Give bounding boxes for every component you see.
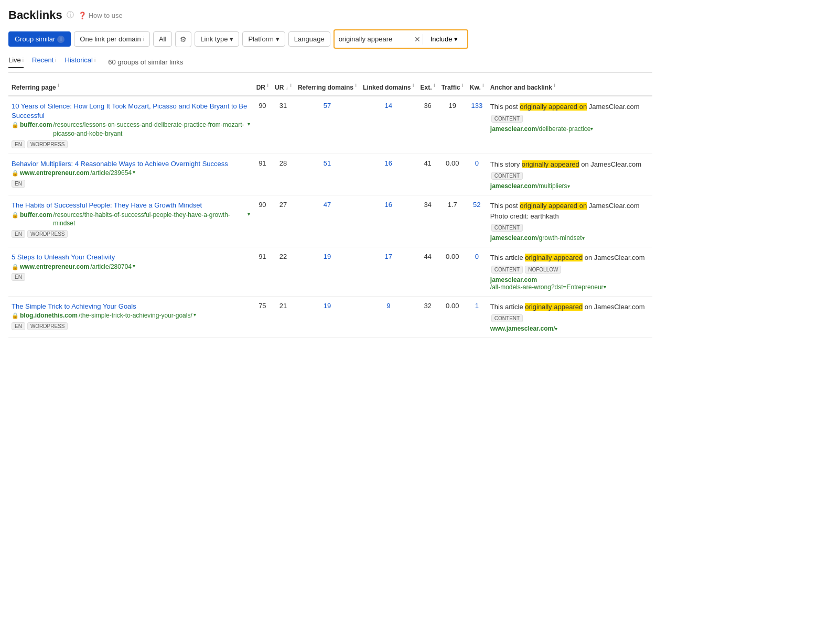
- anchor-link[interactable]: jamesclear.com/all-models-are-wrong?dst=…: [490, 276, 649, 291]
- chevron-down-icon: ▾: [276, 35, 279, 43]
- linked-domains-cell[interactable]: 17: [360, 247, 417, 297]
- chevron-down-icon: ▾: [590, 126, 593, 132]
- chevron-down-icon: ▾: [248, 121, 250, 128]
- linked-domains-cell[interactable]: 16: [360, 154, 417, 195]
- referring-page-url[interactable]: 🔒 www.entrepreneur.com/article/239654 ▾: [12, 169, 250, 178]
- url-domain: www.entrepreneur.com: [20, 169, 89, 178]
- dr-cell: 75: [253, 296, 272, 338]
- highlight: originally appeared: [525, 254, 583, 261]
- sort-arrow-ur: ↓: [286, 85, 288, 91]
- ext-cell: 36: [417, 96, 438, 154]
- one-link-per-domain-button[interactable]: One link per domain i: [74, 31, 150, 47]
- anchor-tag: CONTENT: [491, 172, 523, 180]
- table-row: Behavior Multipliers: 4 Reasonable Ways …: [8, 154, 652, 195]
- lock-icon: 🔒: [12, 169, 19, 177]
- col-ext: Ext. i: [417, 78, 438, 96]
- info-icon-historical: i: [94, 57, 95, 63]
- anchor-link[interactable]: www.jamesclear.com/ ▾: [490, 325, 649, 332]
- chevron-down-icon: ▾: [582, 235, 585, 241]
- linked-domains-cell[interactable]: 14: [360, 96, 417, 154]
- clear-search-icon[interactable]: ✕: [414, 35, 421, 43]
- all-button[interactable]: All: [153, 31, 172, 47]
- info-icon-one-link: i: [143, 36, 144, 42]
- col-anchor-backlink: Anchor and backlink i: [487, 78, 652, 96]
- dr-cell: 91: [253, 154, 272, 195]
- referring-domains-cell[interactable]: 51: [295, 154, 360, 195]
- ur-cell: 31: [272, 96, 295, 154]
- anchor-link[interactable]: jamesclear.com/growth-mindset ▾: [490, 234, 649, 242]
- referring-page-title[interactable]: 10 Years of Silence: How Long It Took Mo…: [12, 102, 250, 121]
- referring-domains-cell[interactable]: 19: [295, 296, 360, 338]
- col-kw: Kw. i: [467, 78, 487, 96]
- table-row: The Habits of Successful People: They Ha…: [8, 195, 652, 247]
- referring-page-cell: 10 Years of Silence: How Long It Took Mo…: [8, 96, 253, 154]
- kw-cell[interactable]: 1: [467, 296, 487, 338]
- anchor-tag: CONTENT: [491, 115, 523, 123]
- linked-domains-cell[interactable]: 9: [360, 296, 417, 338]
- referring-page-url[interactable]: 🔒 blog.idonethis.com/the-simple-trick-to…: [12, 311, 250, 320]
- referring-domains-cell[interactable]: 19: [295, 247, 360, 297]
- referring-page-title[interactable]: The Habits of Successful People: They Ha…: [12, 201, 250, 210]
- tab-live[interactable]: Live i: [8, 56, 24, 68]
- info-icon-live: i: [23, 57, 24, 63]
- info-icon[interactable]: ⓘ: [67, 10, 74, 20]
- language-dropdown[interactable]: Language: [288, 31, 330, 47]
- referring-page-title[interactable]: 5 Steps to Unleash Your Creativity: [12, 253, 250, 262]
- backlink-path: /growth-mindset: [537, 234, 582, 242]
- url-path: /resources/lessons-on-success-and-delibe…: [53, 121, 246, 138]
- info-icon-ext: i: [434, 82, 435, 88]
- anchor-link[interactable]: jamesclear.com/deliberate-practice ▾: [490, 125, 649, 133]
- url-path: /article/280704: [90, 263, 132, 271]
- tab-recent[interactable]: Recent i: [32, 56, 56, 68]
- search-input[interactable]: [339, 35, 412, 43]
- backlink-domain: jamesclear.com: [490, 125, 537, 133]
- anchor-tag: NOFOLLOW: [525, 266, 561, 274]
- info-icon-recent: i: [55, 57, 56, 63]
- info-icon-ref-domains: i: [355, 82, 357, 88]
- include-button[interactable]: Include ▾: [425, 32, 463, 46]
- how-to-use-link[interactable]: ❓ How to use: [78, 12, 123, 19]
- info-icon-dr: i: [267, 82, 268, 88]
- tags-row: EN: [12, 180, 250, 188]
- referring-page-url[interactable]: 🔒 www.entrepreneur.com/article/280704 ▾: [12, 263, 250, 271]
- referring-page-url[interactable]: 🔒 buffer.com/resources/the-habits-of-suc…: [12, 211, 250, 228]
- referring-page-cell: Behavior Multipliers: 4 Reasonable Ways …: [8, 154, 253, 195]
- referring-page-title[interactable]: The Simple Trick to Achieving Your Goals: [12, 302, 250, 311]
- lock-icon: 🔒: [12, 263, 19, 271]
- table-row: 10 Years of Silence: How Long It Took Mo…: [8, 96, 652, 154]
- tag: EN: [12, 322, 25, 330]
- col-ur[interactable]: UR ↓ i: [272, 78, 295, 96]
- kw-cell[interactable]: 52: [467, 195, 487, 247]
- group-similar-button[interactable]: Group similar i: [8, 31, 71, 47]
- linked-domains-cell[interactable]: 16: [360, 195, 417, 247]
- url-path: /resources/the-habits-of-successful-peop…: [53, 211, 246, 228]
- highlight: originally appeared: [522, 160, 579, 168]
- referring-domains-cell[interactable]: 47: [295, 195, 360, 247]
- backlinks-table-wrapper: Referring page i DR i UR ↓ i Referring d…: [8, 78, 652, 338]
- settings-gear-icon[interactable]: ⚙: [175, 31, 191, 47]
- col-referring-page: Referring page i: [8, 78, 253, 96]
- col-referring-domains: Referring domains i: [295, 78, 360, 96]
- kw-cell[interactable]: 133: [467, 96, 487, 154]
- backlink-path: /deliberate-practice: [537, 125, 590, 133]
- ur-cell: 27: [272, 195, 295, 247]
- col-linked-domains: Linked domains i: [360, 78, 417, 96]
- referring-domains-cell[interactable]: 57: [295, 96, 360, 154]
- tags-row: ENWORDPRESS: [12, 322, 250, 330]
- backlink-domain: jamesclear.com: [490, 276, 537, 283]
- kw-cell[interactable]: 0: [467, 154, 487, 195]
- chevron-down-icon: ▾: [248, 211, 250, 218]
- tab-historical[interactable]: Historical i: [65, 56, 96, 68]
- info-icon-anchor: i: [554, 82, 555, 88]
- col-traffic: Traffic i: [438, 78, 467, 96]
- anchor-link[interactable]: jamesclear.com/multipliers ▾: [490, 182, 649, 190]
- url-domain: blog.idonethis.com: [20, 311, 78, 320]
- platform-dropdown[interactable]: Platform ▾: [242, 31, 285, 47]
- link-type-dropdown[interactable]: Link type ▾: [195, 31, 239, 47]
- tabs-row: Live i Recent i Historical i 60 groups o…: [8, 56, 652, 73]
- traffic-cell: 1.7: [438, 195, 467, 247]
- referring-page-title[interactable]: Behavior Multipliers: 4 Reasonable Ways …: [12, 159, 250, 169]
- kw-cell[interactable]: 0: [467, 247, 487, 297]
- referring-page-url[interactable]: 🔒 buffer.com/resources/lessons-on-succes…: [12, 121, 250, 138]
- chevron-down-icon: ▾: [604, 284, 606, 290]
